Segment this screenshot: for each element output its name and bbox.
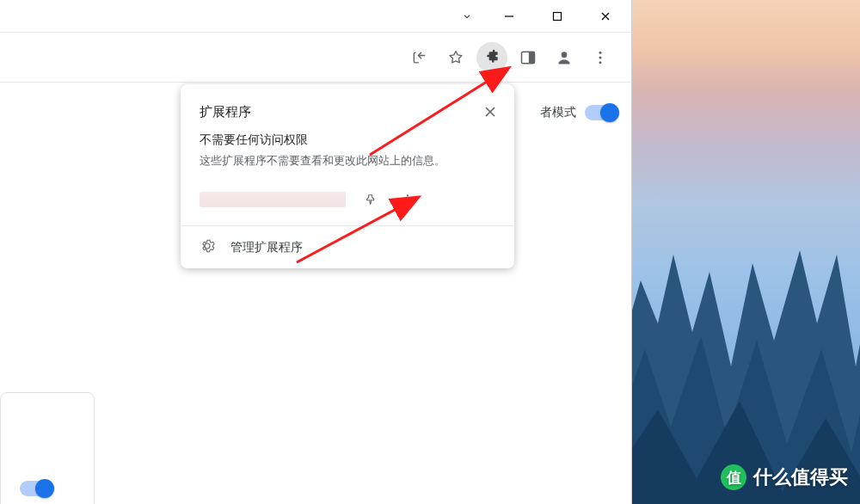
profile-button[interactable] xyxy=(549,42,580,73)
popup-description: 这些扩展程序不需要查看和更改此网站上的信息。 xyxy=(181,153,514,181)
toolbar xyxy=(0,33,631,83)
share-icon xyxy=(411,49,428,66)
extension-row xyxy=(181,181,514,225)
gear-icon xyxy=(200,238,215,256)
panel-icon xyxy=(519,49,537,66)
chevron-down-icon xyxy=(461,10,473,22)
extension-menu-button[interactable] xyxy=(394,186,421,213)
popup-close-button[interactable] xyxy=(478,100,502,124)
watermark-badge: 值 xyxy=(721,464,746,490)
svg-point-7 xyxy=(599,61,602,64)
kebab-icon xyxy=(401,193,415,206)
manage-extensions-label: 管理扩展程序 xyxy=(230,240,303,255)
manage-extensions-button[interactable]: 管理扩展程序 xyxy=(181,225,514,268)
svg-point-9 xyxy=(407,199,408,200)
svg-rect-3 xyxy=(529,52,535,63)
kebab-icon xyxy=(592,49,609,66)
extensions-popup: 扩展程序 不需要任何访问权限 这些扩展程序不需要查看和更改此网站上的信息。 管理… xyxy=(181,84,514,268)
svg-point-10 xyxy=(407,203,408,205)
puzzle-icon xyxy=(483,49,501,66)
chrome-menu[interactable] xyxy=(585,42,616,73)
pin-icon xyxy=(363,193,377,206)
tab-dropdown[interactable] xyxy=(458,7,476,26)
side-panel-button[interactable] xyxy=(513,42,544,73)
mountains xyxy=(632,151,860,504)
person-icon xyxy=(556,49,573,66)
developer-mode-label: 者模式 xyxy=(540,105,576,120)
svg-rect-1 xyxy=(554,12,562,20)
popup-subtitle: 不需要任何访问权限 xyxy=(181,132,514,148)
svg-point-4 xyxy=(562,52,568,58)
extension-card[interactable] xyxy=(0,392,95,504)
pin-extension-button[interactable] xyxy=(356,186,384,213)
close-icon xyxy=(600,11,611,22)
svg-point-8 xyxy=(407,194,408,196)
window-maximize[interactable] xyxy=(538,0,576,33)
popup-header: 扩展程序 xyxy=(181,84,514,132)
share-button[interactable] xyxy=(404,42,435,73)
star-icon xyxy=(447,49,464,66)
extensions-button[interactable] xyxy=(476,42,507,73)
bookmark-button[interactable] xyxy=(440,42,471,73)
maximize-icon xyxy=(552,11,562,22)
titlebar xyxy=(0,0,631,33)
watermark: 值 什么值得买 xyxy=(721,464,848,490)
svg-point-5 xyxy=(599,51,602,53)
minimize-icon xyxy=(504,11,514,22)
developer-mode-row: 者模式 xyxy=(540,105,617,120)
extension-name-redacted xyxy=(200,192,346,207)
extension-enable-toggle[interactable] xyxy=(20,481,52,496)
close-icon xyxy=(483,105,497,119)
developer-mode-toggle[interactable] xyxy=(585,105,617,120)
watermark-text: 什么值得买 xyxy=(753,464,848,490)
svg-point-6 xyxy=(599,56,602,58)
window-minimize[interactable] xyxy=(490,0,528,33)
desktop-wallpaper xyxy=(632,0,860,504)
popup-title: 扩展程序 xyxy=(200,104,251,120)
window-close[interactable] xyxy=(587,0,624,33)
